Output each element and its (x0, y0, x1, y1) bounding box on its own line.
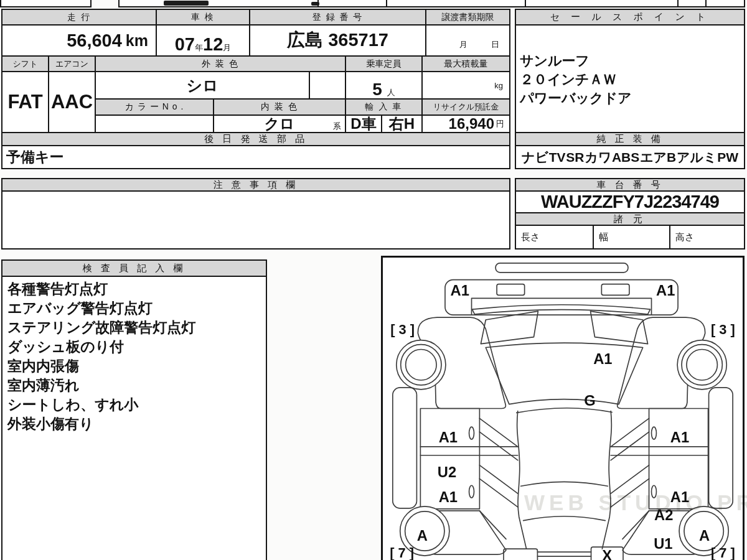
inspector-notes-list: 各種警告灯点灯 エアバッグ警告灯点灯 ステアリング故障警告灯点灯 ダッシュ板のり… (2, 277, 266, 434)
fog-light-left-shape (497, 284, 525, 296)
inspector-note-item: 室内薄汚れ (7, 376, 266, 395)
import-label: 輸 入 車 (365, 101, 403, 113)
sales-point-item: ２０インチＡＷ (520, 70, 617, 89)
fog-light-right-shape (601, 284, 629, 296)
sales-point-item: パワーバックドア (520, 89, 632, 108)
shift-value: FAT (7, 91, 42, 113)
exterior-color-value: シロ (186, 75, 218, 96)
top-edge-cell (705, 0, 745, 7)
sales-points-box: サンルーフ ２０インチＡＷ パワーバックドア (515, 24, 745, 133)
mileage-header: 走 行 (1, 9, 157, 26)
shipped-parts-value-cell: 予備キー (1, 145, 510, 169)
cutoff-text-fragment (164, 1, 209, 6)
inspection-value-cell: 07 年 12 月 (156, 24, 250, 57)
equipment-row: ナビ TV SR カワ ABS エアB アルミ PW (515, 145, 745, 169)
door-hinge-mark (652, 485, 657, 498)
inspection-header: 車 検 (156, 9, 250, 26)
transfer-doc-label: 譲渡書類期限 (442, 12, 494, 23)
height-label: 高さ (675, 231, 694, 243)
cautions-value-cell (1, 190, 510, 250)
recycle-value: 16,940 (449, 115, 494, 133)
windshield-right-shape (591, 311, 648, 343)
mark-left-door-mid: U2 (438, 464, 456, 480)
payload-value-cell: kg (421, 71, 510, 100)
capacity-value: 5 (372, 80, 382, 100)
auction-sheet-scan: { "top_table": { "mileage_label": "走 行",… (0, 0, 747, 560)
payload-unit: kg (494, 81, 503, 90)
exterior-color-label: 外 装 色 (202, 58, 239, 70)
inspector-note-item: 外装小傷有り (7, 414, 266, 434)
top-edge-cell (386, 0, 526, 7)
aircon-value-cell: AAC (48, 71, 96, 133)
sales-points-label: セ ー ル ス ポ イ ン ト (550, 11, 710, 23)
capacity-label: 乗車定員 (367, 58, 402, 70)
mileage-value: 56,604 (67, 30, 122, 51)
inspection-month: 12 (203, 34, 223, 55)
transfer-month-label: 月 (459, 39, 467, 50)
import-type-value: D車 (350, 114, 376, 134)
sales-point-item: サンルーフ (520, 52, 590, 70)
mark-left-door-front: A1 (439, 429, 458, 446)
mark-right-quarter-lower: U1 (654, 535, 672, 552)
cautions-header: 注 意 事 項 欄 (1, 178, 510, 192)
inspection-label: 車 検 (191, 12, 215, 23)
length-cell: 長さ (515, 225, 594, 250)
interior-color-value: クロ (264, 114, 294, 134)
aircon-header: エアコン (48, 55, 96, 72)
height-cell: 高さ (669, 225, 745, 250)
payload-label: 最大積載量 (444, 58, 488, 70)
mark-front-bumper-right: A1 (656, 282, 675, 299)
shipped-parts-header: 後 日 発 送 部 品 (1, 132, 510, 146)
mileage-value-cell: 56,604 km (1, 24, 157, 57)
exterior-color-value-cell: シロ (95, 71, 310, 100)
cowl-shape (472, 305, 651, 314)
side-sill-right-shape (709, 388, 733, 508)
windshield-left-shape (481, 311, 538, 343)
inspection-month-suffix: 月 (223, 42, 231, 54)
cutoff-text-fragment (311, 2, 319, 6)
hood-shape (486, 343, 642, 404)
top-edge-cell (118, 0, 319, 7)
width-label: 幅 (599, 231, 608, 243)
mark-left-rear-wheel: A (417, 527, 428, 544)
width-cell: 幅 (593, 225, 670, 250)
registration-value-cell: 広島 365717 (249, 24, 426, 57)
aircon-label: エアコン (55, 58, 88, 70)
recycle-header: リサイクル預託金 (421, 98, 510, 116)
mark-windshield: A1 (593, 350, 612, 367)
mark-front-bumper-left: A1 (451, 282, 469, 299)
mark-front-fender-right: [ 3 ] (711, 322, 735, 337)
interior-color-value-cell: クロ 系 (213, 114, 346, 133)
recycle-unit: 円 (496, 118, 504, 129)
inspector-note-item: エアバッグ警告灯点灯 (7, 299, 266, 318)
shift-header: シフト (1, 55, 49, 72)
payload-header: 最大積載量 (421, 55, 510, 72)
equipment-item: エアB (640, 149, 676, 166)
equipment-item: アルミ (677, 149, 716, 166)
mark-rear-gate: X (602, 547, 612, 560)
import-handle-value: 右H (389, 114, 415, 134)
side-sill-left-shape (393, 388, 417, 508)
shift-label: シフト (13, 58, 38, 70)
mark-right-door-front: A1 (670, 429, 689, 446)
import-handle-cell: 右H (381, 114, 423, 133)
chassis-number-value: WAUZZZFY7J2234749 (541, 192, 719, 212)
chassis-number-label: 車 台 番 号 (596, 179, 664, 191)
inspector-note-item: シートしわ、すれ小 (7, 395, 266, 414)
mark-right-door-rear: A1 (670, 488, 689, 505)
equipment-header: 純 正 装 備 (515, 132, 745, 146)
mark-rear-fender-left: [ 7 ] (390, 545, 414, 560)
import-header: 輸 入 車 (345, 98, 423, 116)
inspector-notes-panel: 検 査 員 記 入 欄 各種警告灯点灯 エアバッグ警告灯点灯 ステアリング故障警… (1, 259, 267, 560)
door-hinge-mark (469, 427, 474, 439)
interior-color-header: 内 装 色 (213, 98, 346, 116)
dimensions-label: 諸 元 (614, 213, 646, 225)
capacity-unit: 人 (387, 87, 395, 98)
length-label: 長さ (521, 231, 540, 243)
registration-label: 登 録 番 号 (312, 12, 364, 23)
exterior-color-header: 外 装 色 (95, 55, 346, 72)
shipped-parts-value: 予備キー (6, 147, 64, 167)
top-edge-cell (0, 0, 92, 7)
inspector-notes-header: 検 査 員 記 入 欄 (2, 261, 266, 277)
registration-header: 登 録 番 号 (249, 9, 426, 26)
